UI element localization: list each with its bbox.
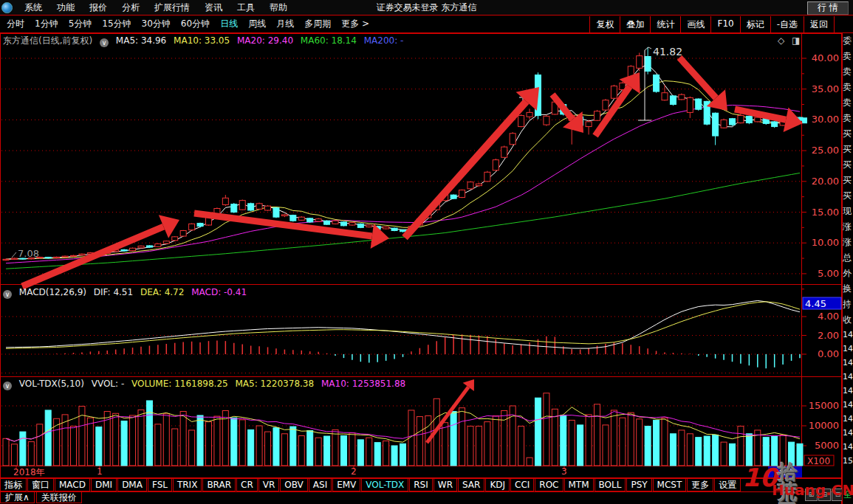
- vol-axis-label: 10000: [809, 420, 839, 431]
- volume-bar-down: [340, 436, 346, 466]
- indicator-item-RSI[interactable]: RSI: [409, 479, 433, 491]
- volume-bar-down: [704, 436, 710, 466]
- candle-down: [45, 258, 51, 258]
- indicator-item-OBV[interactable]: OBV: [280, 479, 308, 491]
- indicator-item-VOL-TDX[interactable]: VOL-TDX: [361, 479, 408, 491]
- candle-up: [138, 246, 144, 248]
- vol-axis-label: 15000: [809, 400, 839, 411]
- date-label: 3: [561, 466, 567, 477]
- indicator-item-FSL[interactable]: FSL: [148, 479, 172, 491]
- dif-label: DIF: 4.51: [94, 287, 133, 297]
- indicator-item-CR[interactable]: CR: [236, 479, 258, 491]
- indicator-item-WR[interactable]: WR: [434, 479, 457, 491]
- sidebar-number: 15: [843, 454, 853, 468]
- candle-up: [79, 254, 85, 255]
- date-label: 1: [97, 466, 103, 477]
- volume-bar-down: [713, 435, 719, 466]
- indicator-item-设置[interactable]: 设置: [714, 479, 741, 491]
- volume-bar-down: [146, 401, 152, 466]
- candle-up: [130, 248, 136, 250]
- candle-up: [611, 86, 617, 99]
- volume-bar-up: [11, 444, 17, 466]
- sidebar-number: 14: [843, 356, 853, 370]
- indicator-item-MTM[interactable]: MTM: [564, 479, 594, 491]
- ma10-label: MA10: 33.05: [174, 35, 230, 46]
- annotation-arrow-shaft: [679, 58, 716, 98]
- candle-down: [324, 221, 330, 224]
- ma5-label: MA5: 34.96: [116, 35, 166, 46]
- quote-sidebar[interactable]: 委卖卖卖卖卖买买买买买现涨涨总外换持收14141414141414141415: [842, 33, 853, 504]
- indicator-item-更多[interactable]: 更多: [687, 479, 713, 491]
- volume-bar-down: [729, 443, 735, 466]
- indicator-item-TRIX[interactable]: TRIX: [173, 479, 202, 491]
- candle-down: [451, 195, 456, 199]
- volume-bar-up: [172, 429, 178, 466]
- indicator-item-ROC[interactable]: ROC: [535, 479, 563, 491]
- sidebar-char: 买: [843, 188, 853, 204]
- indicator-item-EMV[interactable]: EMV: [332, 479, 360, 491]
- split-square-icon[interactable]: ◨: [792, 35, 800, 46]
- sidebar-char: 卖: [843, 80, 853, 95]
- bottom-item-关联报价[interactable]: 关联报价: [36, 492, 82, 503]
- indicator-item-指标[interactable]: 指标: [0, 479, 27, 491]
- volume-bar-up: [37, 424, 43, 466]
- indicator-item-SAR[interactable]: SAR: [458, 479, 484, 491]
- diamond-icon[interactable]: ◇: [778, 35, 784, 46]
- macd-cursor-value: 4.45: [805, 298, 826, 309]
- volume-bar-down: [197, 415, 203, 466]
- volume-bar-up: [180, 412, 186, 466]
- vvol-label: VVOL: -: [92, 379, 125, 389]
- collapse-icon[interactable]: ∨: [100, 38, 109, 47]
- candle-up: [11, 258, 17, 259]
- indicator-item-BRAR[interactable]: BRAR: [202, 479, 236, 491]
- sidebar-char: 涨: [843, 235, 853, 250]
- low-marker-hook: [12, 252, 16, 258]
- candle-up: [637, 56, 643, 69]
- volume-bar-up: [552, 409, 558, 466]
- low-price-label: 7.08: [18, 248, 39, 259]
- macd-collapse-icon[interactable]: ∨: [3, 290, 12, 299]
- indicator-item-PSY[interactable]: PSY: [626, 479, 651, 491]
- candle-down: [400, 230, 405, 232]
- indicator-item-窗口[interactable]: 窗口: [27, 479, 54, 491]
- volume-bar-up: [130, 415, 136, 466]
- indicator-item-CCI[interactable]: CCI: [510, 479, 534, 491]
- indicator-item-MCST[interactable]: MCST: [653, 479, 687, 491]
- volume-bar-down: [797, 443, 803, 466]
- volume-bar-up: [315, 438, 321, 466]
- indicator-item-KDJ[interactable]: KDJ: [485, 479, 510, 491]
- indicator-item-DMA[interactable]: DMA: [117, 479, 147, 491]
- candle-up: [180, 231, 186, 237]
- chart-canvas[interactable]: 40.0035.0030.0025.0020.0015.0010.005.004…: [0, 0, 853, 504]
- candle-up: [501, 147, 507, 157]
- indicator-item-ASI[interactable]: ASI: [309, 479, 332, 491]
- bottom-item-扩展∧[interactable]: 扩展∧: [0, 492, 35, 503]
- sidebar-char: 总: [843, 250, 853, 266]
- volume-bar-up: [28, 442, 34, 466]
- macd-value-label: MACD: -0.41: [191, 287, 247, 297]
- ma20-label: MA20: 29.40: [237, 35, 293, 46]
- sidebar-number: 14: [843, 342, 853, 356]
- volume-bar-up: [366, 438, 372, 466]
- volume-bar-down: [45, 410, 51, 466]
- indicator-item-DMI[interactable]: DMI: [91, 479, 117, 491]
- last-close-marker: [802, 117, 807, 123]
- volume-bar-down: [391, 446, 397, 466]
- sidebar-char: 卖: [843, 95, 853, 111]
- layout-button-1[interactable]: ⊞: [805, 489, 818, 501]
- volume-bar-up: [569, 420, 575, 466]
- volume-bar-up: [738, 427, 744, 466]
- sidebar-char: 买: [843, 142, 853, 157]
- volume-bar-down: [96, 427, 102, 466]
- vol-collapse-icon[interactable]: ∨: [3, 382, 12, 390]
- indicator-item-VR[interactable]: VR: [258, 479, 280, 491]
- indicator-item-MACD[interactable]: MACD: [55, 479, 90, 491]
- candle-down: [645, 56, 651, 71]
- layout-button-2[interactable]: ⊟: [818, 489, 831, 501]
- volume-bar-down: [451, 412, 456, 466]
- sidebar-char: 换: [843, 281, 853, 297]
- candle-up: [493, 160, 499, 170]
- volume-bar-up: [442, 423, 448, 466]
- candle-down: [146, 246, 152, 247]
- indicator-item-BOLL[interactable]: BOLL: [595, 479, 626, 491]
